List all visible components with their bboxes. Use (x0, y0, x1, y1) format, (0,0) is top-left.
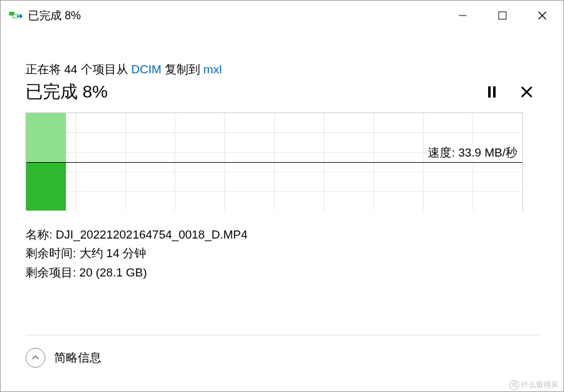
progress-header: 已完成 8% (25, 80, 539, 104)
progress-title: 已完成 8% (25, 80, 108, 104)
pause-button[interactable] (488, 86, 496, 98)
detail-name-label: 名称: (25, 228, 56, 241)
chart-peak-fill (26, 113, 66, 162)
detail-time-value: 大约 14 分钟 (80, 247, 147, 260)
copy-transfer-icon (9, 11, 23, 21)
cancel-button[interactable] (521, 86, 532, 98)
file-copy-dialog: 已完成 8% 正在将 44 个项目从 DCIM 复制到 mxl 已完成 8% (0, 0, 564, 392)
footer-label: 简略信息 (54, 350, 101, 366)
detail-items-row: 剩余项目: 20 (28.1 GB) (25, 263, 539, 282)
progress-controls (488, 86, 539, 98)
speed-chart: 速度: 33.9 MB/秒 (25, 112, 523, 211)
dialog-content: 正在将 44 个项目从 DCIM 复制到 mxl 已完成 8% (1, 30, 563, 282)
titlebar: 已完成 8% (1, 1, 563, 30)
close-button[interactable] (522, 2, 562, 29)
chart-current-fill (26, 162, 66, 211)
svg-rect-3 (499, 12, 506, 19)
window-controls (443, 2, 562, 29)
maximize-button[interactable] (483, 2, 522, 29)
footer-toggle[interactable]: 简略信息 (25, 348, 101, 368)
detail-name-value: DJI_20221202164754_0018_D.MP4 (56, 228, 247, 241)
svg-rect-7 (493, 86, 496, 98)
copy-prefix: 正在将 44 个项目从 (25, 63, 131, 76)
copy-description: 正在将 44 个项目从 DCIM 复制到 mxl (25, 62, 539, 78)
detail-time-row: 剩余时间: 大约 14 分钟 (25, 244, 539, 263)
chart-speed-label: 速度: 33.9 MB/秒 (427, 145, 519, 161)
minimize-button[interactable] (443, 2, 483, 29)
detail-items-value: 20 (28.1 GB) (80, 266, 147, 279)
chevron-up-icon (25, 348, 45, 368)
watermark: 值 什么值得买 (509, 380, 558, 390)
copy-mid: 复制到 (162, 63, 204, 76)
dest-folder-link[interactable]: mxl (203, 63, 222, 76)
transfer-details: 名称: DJI_20221202164754_0018_D.MP4 剩余时间: … (25, 226, 539, 282)
detail-items-label: 剩余项目: (25, 266, 80, 279)
watermark-text: 什么值得买 (521, 380, 558, 390)
window-title: 已完成 8% (28, 8, 443, 23)
detail-time-label: 剩余时间: (25, 247, 80, 260)
watermark-icon: 值 (509, 380, 519, 390)
divider (25, 335, 539, 335)
chart-speed-line (26, 162, 522, 163)
svg-rect-6 (488, 86, 491, 98)
detail-name-row: 名称: DJI_20221202164754_0018_D.MP4 (25, 226, 539, 244)
source-folder-link[interactable]: DCIM (131, 63, 162, 76)
